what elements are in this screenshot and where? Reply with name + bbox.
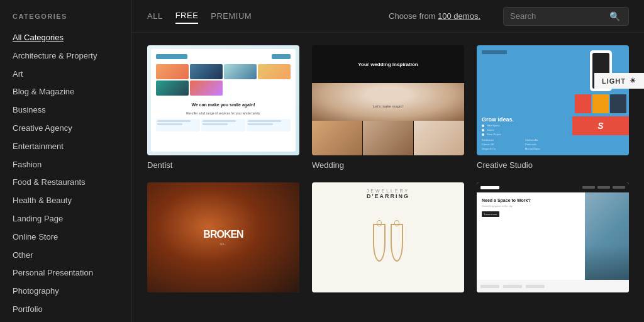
wedding-overlay (312, 83, 464, 121)
creative-headline: Grow Ideas. (482, 116, 567, 124)
cowork-cta: Learn more (482, 211, 499, 217)
tag-row-2: Joinnd (482, 128, 567, 131)
col-label-1: Smithsrian (482, 138, 524, 142)
earring-shape-1 (373, 224, 386, 262)
sun-icon: ☀ (630, 77, 636, 85)
sidebar-item-fashion[interactable]: Fashion (13, 156, 119, 174)
demos-count-link[interactable]: 100 demos. (438, 11, 480, 21)
tag-text: Nike Sports (487, 124, 518, 127)
tab-free[interactable]: FREE (175, 8, 199, 24)
demo-thumb-cowork: Need a Space to Work? Coworking space in… (477, 182, 629, 292)
sidebar-item-creative-agency[interactable]: Creative Agency (13, 119, 119, 138)
search-input[interactable] (510, 11, 604, 21)
col-label-3: Classic OK (482, 143, 524, 146)
col-label-5: Ginger & Co. (482, 147, 524, 150)
sidebar-item-all-categories[interactable]: All Categories (13, 29, 119, 47)
demo-grid: We can make you smile again! We offer a … (147, 45, 629, 297)
light-toggle-button[interactable]: LIGHT ☀ (594, 73, 644, 89)
earring-shape-2 (391, 224, 403, 262)
creative-right-panel: S (572, 45, 629, 155)
feature-2 (201, 119, 245, 131)
topbar-tabs: ALL FREE PREMIUM (147, 8, 252, 24)
strip-2 (503, 285, 522, 288)
nav-item-1 (582, 186, 595, 189)
earring-product-name: D'EARRING (367, 193, 409, 199)
dentist-logo (156, 54, 187, 59)
demo-card-dentist[interactable]: We can make you smile again! We offer a … (147, 45, 299, 170)
cowork-text-area: Need a Space to Work? Coworking space in… (477, 192, 585, 280)
sidebar-item-art[interactable]: Art (13, 65, 119, 84)
sidebar-item-blog-magazine[interactable]: Blog & Magazine (13, 83, 119, 101)
sidebar-title: CATEGORIES (13, 13, 119, 20)
wedding-collage (312, 121, 464, 155)
dentist-header (156, 54, 291, 59)
book-3 (610, 94, 626, 113)
dentist-body: We offer a full range of services for yo… (156, 111, 291, 115)
sidebar-item-photography[interactable]: Photography (13, 282, 119, 301)
photo-5 (156, 80, 189, 96)
sidebar-item-landing-page[interactable]: Landing Page (13, 210, 119, 228)
book-2 (592, 94, 609, 113)
cowork-hero: Need a Space to Work? Coworking space in… (477, 192, 629, 280)
creative-logo (482, 50, 507, 54)
topbar: ALL FREE PREMIUM Choose from 100 demos. … (132, 0, 644, 33)
demo-label-wedding: Wedding (312, 160, 464, 170)
strip-1 (480, 285, 499, 288)
col-label-2: Chelsea Av (525, 138, 567, 142)
sidebar-item-portfolio[interactable]: Portfolio (13, 301, 119, 319)
sidebar-item-other[interactable]: Other (13, 247, 119, 265)
demo-card-cowork[interactable]: Need a Space to Work? Coworking space in… (477, 182, 629, 297)
sidebar-item-online-store[interactable]: Online Store (13, 228, 119, 247)
cowork-logo (480, 186, 499, 189)
wedding-top: Your wedding inspiration (312, 45, 464, 83)
creative-col-labels: Smithsrian Chelsea Av Classic OK Parfurn… (482, 138, 567, 150)
demo-label-creative-studio: Creative Studio (477, 160, 629, 170)
tab-all[interactable]: ALL (147, 9, 163, 23)
tag-dot (482, 133, 484, 136)
demo-card-wedding[interactable]: Your wedding inspiration Let's make magi… (312, 45, 464, 170)
demo-card-broken[interactable]: BROKEN Go... (147, 182, 299, 297)
dentist-features (156, 119, 291, 131)
nav-item-3 (613, 186, 625, 189)
dentist-preview: We can make you smile again! We offer a … (151, 49, 296, 152)
feature-line (157, 120, 191, 122)
cowork-header (477, 182, 629, 192)
sidebar-item-food-restaurants[interactable]: Food & Restaurants (13, 174, 119, 192)
broken-title: BROKEN (203, 230, 243, 240)
wedding-magic-text: Let's make magic! (373, 104, 403, 108)
creative-left-panel: Grow Ideas. Nike Sports Joinnd (477, 45, 572, 155)
demo-thumb-dentist: We can make you smile again! We offer a … (147, 45, 299, 155)
sidebar: CATEGORIES All Categories Architecture &… (0, 0, 132, 322)
col-label-4: Parfurnols (525, 143, 567, 146)
creative-signature: S (597, 121, 603, 131)
cowork-photo (585, 192, 629, 280)
creative-tags: Nike Sports Joinnd Rose Project (482, 124, 567, 136)
tag-dot (482, 129, 484, 131)
sidebar-item-personal-presentation[interactable]: Personal Presentation (13, 264, 119, 282)
collage-cell-2 (363, 121, 413, 155)
tag-text: Rose Project (487, 133, 518, 136)
broken-text: BROKEN Go... (203, 230, 243, 246)
sidebar-item-business[interactable]: Business (13, 101, 119, 119)
sidebar-item-architecture-property[interactable]: Architecture & Property (13, 47, 119, 65)
broken-subtitle: Go... (203, 242, 243, 246)
photo-2 (190, 64, 223, 79)
dentist-headline: We can make you smile again! (156, 102, 291, 108)
tag-dot (482, 125, 484, 127)
demo-thumb-broken: BROKEN Go... (147, 182, 299, 292)
sidebar-item-entertainment[interactable]: Entertainment (13, 138, 119, 156)
feature-line (203, 120, 236, 122)
sidebar-item-health-beauty[interactable]: Health & Beauty (13, 192, 119, 210)
sidebar-item-sport[interactable]: Sport (13, 319, 119, 322)
nav-item-2 (597, 186, 610, 189)
dentist-photos (156, 64, 291, 96)
cowork-headline: Need a Space to Work? (482, 197, 580, 203)
demo-card-creative-studio[interactable]: Grow Ideas. Nike Sports Joinnd (477, 45, 629, 170)
demo-thumb-earring: JEWELLERY D'EARRING (312, 182, 464, 292)
demo-card-earring[interactable]: JEWELLERY D'EARRING (312, 182, 464, 297)
tab-premium[interactable]: PREMIUM (211, 9, 252, 23)
demos-count: Choose from 100 demos. (389, 11, 480, 21)
collage-cell-1 (312, 121, 362, 155)
demo-label-dentist: Dentist (147, 160, 299, 170)
feature-line (248, 123, 273, 125)
